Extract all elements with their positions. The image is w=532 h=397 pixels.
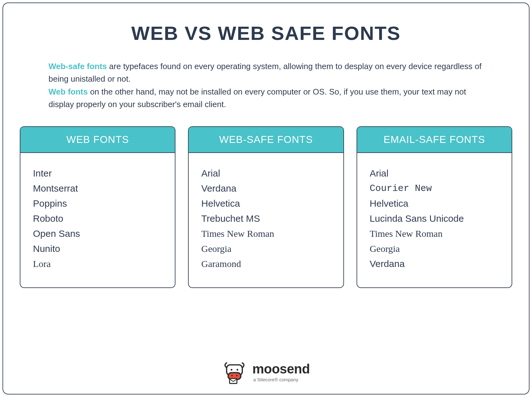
description-line2: on the other hand, may not be installed … xyxy=(49,87,466,109)
font-item: Georgia xyxy=(370,243,499,254)
font-item: Open Sans xyxy=(33,228,162,239)
svg-rect-6 xyxy=(229,378,237,383)
font-item: Lora xyxy=(33,258,162,269)
font-item: Roboto xyxy=(33,213,162,224)
font-item: Georgia xyxy=(201,243,330,254)
font-item: Verdana xyxy=(370,258,499,269)
card-body: ArialVerdanaHelveticaTrebuchet MSTimes N… xyxy=(189,153,343,287)
font-item: Courier New xyxy=(370,183,499,194)
font-item: Arial xyxy=(201,168,330,179)
brand-text: moosend a Sitecore® company xyxy=(252,362,310,382)
svg-point-5 xyxy=(236,375,238,377)
font-item: Inter xyxy=(33,168,162,179)
keyword-websafe: Web-safe fonts xyxy=(49,62,107,71)
font-item: Poppins xyxy=(33,198,162,209)
font-columns: WEB FONTSInterMontserratPoppinsRobotoOpe… xyxy=(19,126,513,288)
font-item: Arial xyxy=(370,168,499,179)
card-header: EMAIL-SAFE FONTS xyxy=(357,127,512,153)
page-title: WEB VS WEB SAFE FONTS xyxy=(19,22,513,44)
font-item: Montserrat xyxy=(33,183,162,194)
svg-point-4 xyxy=(231,375,233,377)
infographic-frame: WEB VS WEB SAFE FONTS Web-safe fonts are… xyxy=(3,3,529,394)
font-item: Nunito xyxy=(33,243,162,254)
font-item: Trebuchet MS xyxy=(201,213,330,224)
card-header: WEB-SAFE FONTS xyxy=(189,127,343,153)
svg-point-2 xyxy=(237,369,238,370)
font-item: Times New Roman xyxy=(201,228,330,239)
description-text: Web-safe fonts are typefaces found on ev… xyxy=(49,60,484,111)
font-item: Helvetica xyxy=(201,198,330,209)
font-card: WEB FONTSInterMontserratPoppinsRobotoOpe… xyxy=(20,126,175,288)
font-card: EMAIL-SAFE FONTSArialCourier NewHelvetic… xyxy=(357,126,512,288)
font-item: Verdana xyxy=(201,183,330,194)
font-item: Lucinda Sans Unicode xyxy=(370,213,499,224)
keyword-webfonts: Web fonts xyxy=(49,87,88,96)
moosend-logo-icon xyxy=(222,360,247,384)
brand-name: moosend xyxy=(252,362,310,376)
font-item: Helvetica xyxy=(370,198,499,209)
card-body: InterMontserratPoppinsRobotoOpen SansNun… xyxy=(20,153,175,287)
card-header: WEB FONTS xyxy=(20,127,175,153)
font-item: Garamond xyxy=(201,258,330,269)
font-card: WEB-SAFE FONTSArialVerdanaHelveticaTrebu… xyxy=(188,126,344,288)
brand-tagline: a Sitecore® company xyxy=(253,377,310,382)
brand-footer: moosend a Sitecore® company xyxy=(19,351,513,384)
description-line1: are typefaces found on every operating s… xyxy=(49,62,482,84)
svg-point-1 xyxy=(231,369,232,370)
card-body: ArialCourier NewHelveticaLucinda Sans Un… xyxy=(357,153,512,287)
font-item: Times New Roman xyxy=(370,228,499,239)
